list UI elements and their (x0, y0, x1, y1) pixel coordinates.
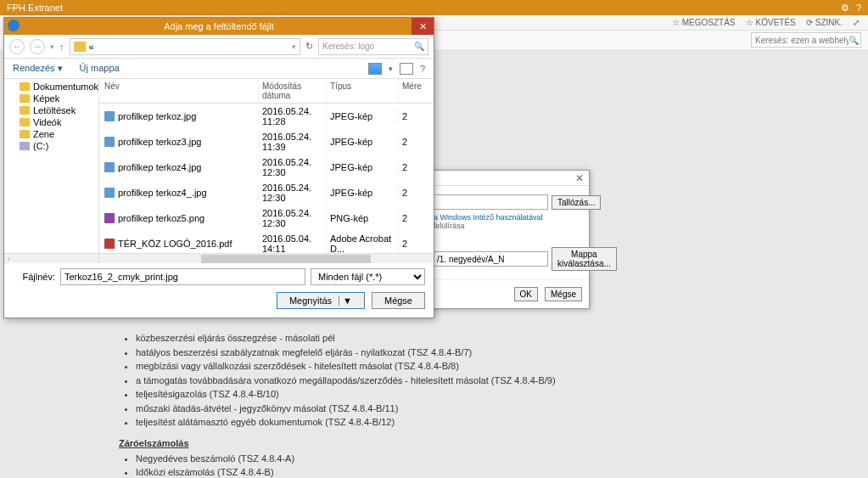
app-header: FPH Extranet ⚙ ? (0, 0, 868, 15)
expand-icon[interactable]: ⤢ (853, 18, 860, 27)
file-row[interactable]: profilkep terkoz5.png2016.05.24. 12:30PN… (99, 205, 434, 231)
file-name: profilkep terkoz5.png (118, 213, 204, 223)
list-item: teljesítésigazolás (TSZ 4.8.4-B/10) (136, 387, 749, 402)
view-mode-icon[interactable] (368, 63, 382, 75)
sidebar-item[interactable]: Videók (4, 116, 98, 128)
dialog-footer: Fájlnév: Minden fájl (*.*) Megnyitás▼ Mé… (4, 263, 434, 318)
sidebar-item-label: Zene (33, 129, 54, 139)
sidebar-item[interactable]: Képek (4, 93, 98, 104)
folder-icon (20, 94, 30, 103)
dialog-toolbar: Rendezés ▾ Új mappa ▾ ? (4, 59, 434, 79)
overwrite-note: felülírása (434, 222, 580, 230)
file-date: 2016.05.24. 12:30 (259, 155, 327, 180)
horizontal-scrollbar[interactable]: ‹ (4, 253, 434, 263)
organize-menu[interactable]: Rendezés ▾ (13, 63, 63, 74)
site-search[interactable]: 🔍 (751, 32, 861, 48)
site-search-input[interactable] (755, 36, 848, 45)
gear-icon[interactable]: ⚙ (841, 3, 849, 14)
sidebar-item[interactable]: (C:) (4, 140, 98, 152)
file-size: 2 (399, 160, 428, 175)
list-item: megbízási vagy vállalkozási szerződések … (136, 359, 749, 374)
explorer-link[interactable]: a Windows Intéző használatával (434, 213, 580, 222)
file-row[interactable]: profilkep terkoz4.jpg2016.05.24. 12:30JP… (99, 155, 434, 180)
chevron-down-icon[interactable]: ▾ (389, 65, 393, 73)
chevron-down-icon[interactable]: ▼ (339, 295, 352, 306)
file-row[interactable]: TÉR_KÖZ LOGÓ_2016.pdf2016.05.04. 14:11Ad… (99, 231, 434, 253)
file-row[interactable]: profilkep terkoz4_.jpg2016.05.24. 12:30J… (99, 180, 434, 205)
file-type: JPEG-kép (327, 160, 399, 175)
refresh-icon[interactable]: ↻ (305, 41, 313, 52)
path-crumbs: « (89, 42, 94, 52)
search-icon[interactable]: 🔍 (848, 36, 859, 45)
open-button[interactable]: Megnyitás▼ (277, 292, 365, 309)
bullet-list-reporting: közbeszerzési eljárás összegzése - másol… (136, 331, 749, 430)
scrollbar-thumb[interactable] (201, 255, 371, 263)
cancel-button[interactable]: Mégse (372, 292, 425, 309)
file-row[interactable]: profilkep terkoz.jpg2016.05.24. 11:28JPE… (99, 104, 434, 129)
folder-icon (20, 82, 30, 91)
upload-modal: ✕ Tallózás... a Windows Intéző használat… (424, 170, 590, 309)
file-icon (104, 213, 115, 223)
up-button[interactable]: ↑ (59, 42, 64, 52)
file-date: 2016.05.24. 11:28 (259, 104, 327, 129)
file-row[interactable]: profilkep terkoz3.jpg2016.05.24. 11:39JP… (99, 129, 434, 155)
file-name: TÉR_KÖZ LOGÓ_2016.pdf (118, 239, 232, 249)
path-bar[interactable]: « ▾ (70, 38, 301, 55)
cancel-button[interactable]: Mégse (545, 287, 582, 301)
filename-input[interactable] (60, 268, 305, 285)
dialog-titlebar: Adja meg a feltöltendő fájlt ✕ (4, 18, 434, 35)
close-button[interactable]: ✕ (412, 18, 434, 35)
dialog-search[interactable]: Keresés: logo 🔍 (318, 38, 428, 55)
sidebar-item-label: (C:) (33, 141, 48, 151)
back-button[interactable]: ← (9, 39, 25, 54)
file-list: Név Módosítás dátuma Típus Mére profilke… (99, 79, 434, 253)
sidebar-item-label: Videók (33, 117, 61, 127)
section-closing: Záróelszámolás (119, 438, 749, 448)
browse-button[interactable]: Tallózás... (552, 195, 601, 210)
column-type[interactable]: Típus (327, 79, 399, 103)
sidebar-item[interactable]: Zene (4, 128, 98, 140)
sidebar-item[interactable]: Dokumentumok (4, 81, 98, 93)
share-button[interactable]: ☆ MEGOSZTÁS (672, 18, 736, 27)
sidebar-item[interactable]: Letöltések (4, 104, 98, 116)
column-name[interactable]: Név (99, 79, 259, 103)
new-folder-button[interactable]: Új mappa (80, 63, 120, 74)
ie-icon (8, 20, 20, 31)
search-icon[interactable]: 🔍 (414, 42, 424, 51)
file-name: profilkep terkoz3.jpg (118, 137, 201, 147)
file-type: JPEG-kép (327, 185, 399, 200)
upload-file-input[interactable] (434, 194, 548, 210)
follow-button[interactable]: ☆ KÖVETÉS (746, 18, 796, 27)
forward-button[interactable]: → (30, 39, 45, 54)
file-name: profilkep terkoz4.jpg (118, 162, 201, 172)
help-icon[interactable]: ? (856, 3, 861, 13)
file-list-header: Név Módosítás dátuma Típus Mére (99, 79, 434, 104)
folder-icon (20, 118, 30, 127)
file-type-filter[interactable]: Minden fájl (*.*) (311, 268, 425, 285)
file-icon (104, 188, 115, 198)
sync-button[interactable]: ⟳ SZINK. (806, 18, 843, 27)
dialog-title: Adja meg a feltöltendő fájlt (164, 21, 274, 31)
filename-label: Fájlnév: (13, 272, 55, 282)
close-icon[interactable]: ✕ (575, 172, 584, 184)
file-name: profilkep terkoz4_.jpg (118, 188, 207, 198)
file-date: 2016.05.04. 14:11 (259, 231, 327, 253)
file-icon (104, 239, 115, 249)
folder-select-button[interactable]: Mappa kiválasztása... (552, 247, 617, 271)
file-size: 2 (399, 236, 428, 251)
column-date[interactable]: Módosítás dátuma (259, 79, 327, 103)
help-icon[interactable]: ? (420, 64, 425, 74)
sidebar-item-label: Letöltések (33, 105, 76, 115)
file-type: JPEG-kép (327, 134, 399, 149)
column-size[interactable]: Mére (399, 79, 428, 103)
preview-pane-icon[interactable] (400, 63, 413, 75)
file-size: 2 (399, 185, 428, 200)
recent-dropdown-icon[interactable]: ▾ (50, 42, 54, 51)
file-size: 2 (399, 109, 428, 124)
destination-input[interactable] (434, 251, 548, 267)
dialog-nav: ← → ▾ ↑ « ▾ ↻ Keresés: logo 🔍 (4, 35, 434, 59)
file-date: 2016.05.24. 12:30 (259, 180, 327, 205)
sidebar-item-label: Képek (33, 93, 59, 104)
ok-button[interactable]: OK (514, 287, 538, 301)
chevron-down-icon[interactable]: ▾ (292, 42, 296, 51)
